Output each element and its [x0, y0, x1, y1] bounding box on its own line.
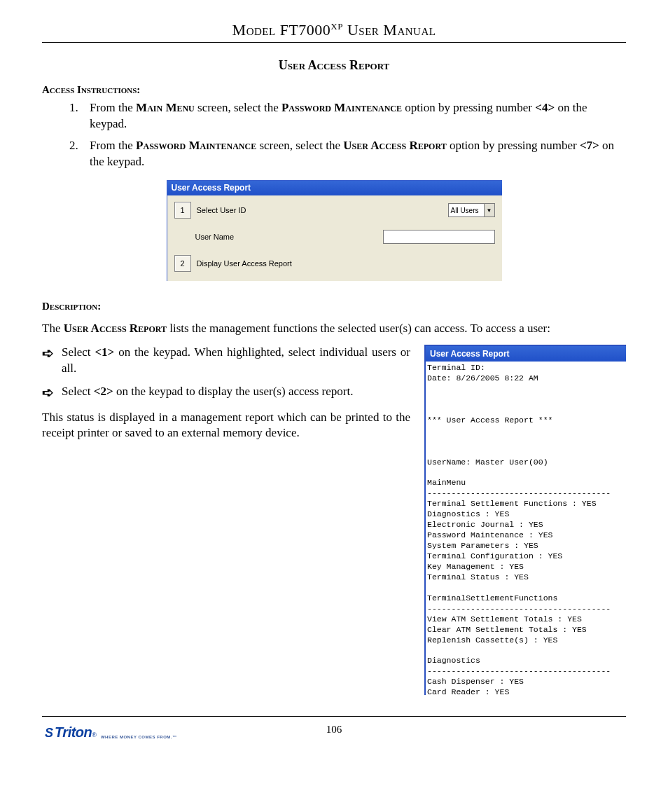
display-report-button[interactable]: 2: [174, 255, 191, 272]
select-user-id-label: Select User ID: [197, 206, 448, 214]
doc-title-super: XP: [330, 21, 343, 32]
document-title: Model FT7000XP User Manual: [42, 21, 626, 43]
select-user-id-button[interactable]: 1: [174, 202, 191, 219]
description-heading: Description:: [42, 301, 626, 312]
dialog-body: 1 Select User ID All Users ▼ User Name 2…: [167, 195, 502, 281]
instructions-list: From the Main Menu screen, select the Pa…: [42, 100, 626, 170]
dialog-title: User Access Report: [167, 181, 502, 195]
bullet-item: ➪ Select <1> on the keypad. When highlig…: [42, 345, 410, 377]
page-number: 106: [42, 724, 626, 736]
user-id-dropdown[interactable]: All Users ▼: [448, 203, 495, 217]
instruction-item: From the Main Menu screen, select the Pa…: [81, 100, 626, 132]
arrow-right-icon: ➪: [42, 345, 62, 377]
footer-rule: [42, 716, 626, 717]
user-id-dropdown-value: All Users: [451, 207, 479, 214]
bullet-list: ➪ Select <1> on the keypad. When highlig…: [42, 345, 410, 400]
access-instructions-heading: Access Instructions:: [42, 84, 626, 96]
instruction-item: From the Password Maintenance screen, se…: [81, 138, 626, 170]
display-report-label: Display User Access Report: [197, 259, 495, 268]
doc-title-prefix: Model FT7000: [232, 21, 331, 39]
body-paragraph: This status is displayed in a management…: [42, 410, 410, 441]
chevron-down-icon: ▼: [484, 204, 494, 216]
description-text: The User Access Report lists the managem…: [42, 321, 626, 336]
section-title: User Access Report: [42, 58, 626, 73]
user-name-label: User Name: [195, 233, 289, 241]
page-footer: S Triton ® WHERE MONEY COMES FROM.™ 106: [42, 721, 626, 743]
report-body-text: Terminal ID: Date: 8/26/2005 8:22 AM ***…: [426, 362, 626, 695]
arrow-right-icon: ➪: [42, 384, 62, 400]
report-window-title: User Access Report: [426, 346, 626, 362]
user-access-report-window: User Access Report Terminal ID: Date: 8/…: [424, 345, 626, 695]
user-access-report-dialog: User Access Report 1 Select User ID All …: [167, 180, 502, 281]
bullet-item: ➪ Select <2> on the keypad to display th…: [42, 384, 410, 400]
doc-title-suffix: User Manual: [343, 21, 436, 39]
user-name-input[interactable]: [383, 230, 495, 244]
